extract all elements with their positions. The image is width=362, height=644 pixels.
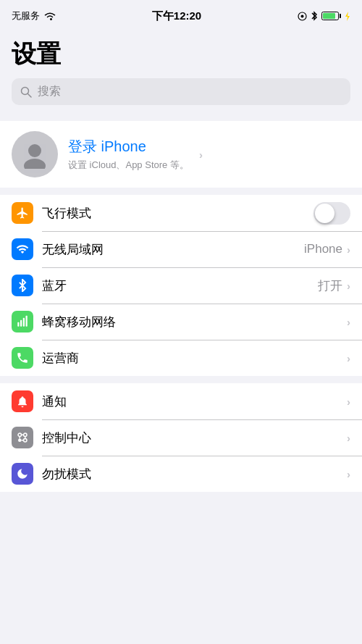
wifi-chevron: ›: [347, 243, 350, 256]
wifi-label: 无线局域网: [42, 241, 304, 258]
cellular-icon: [16, 315, 29, 328]
search-icon: [20, 86, 32, 98]
dnd-icon-wrap: [12, 463, 33, 485]
svg-point-6: [24, 159, 46, 169]
avatar-person-icon: [20, 140, 49, 169]
carrier-chevron: ›: [347, 352, 350, 364]
profile-section[interactable]: 登录 iPhone 设置 iCloud、App Store 等。 ›: [0, 121, 362, 188]
wifi-value: iPhone: [304, 242, 342, 256]
carrier-row[interactable]: 运营商 ›: [0, 340, 362, 376]
control-center-icon-wrap: [12, 427, 33, 448]
control-center-row[interactable]: 控制中心 ›: [0, 419, 362, 456]
wifi-status-icon: [44, 12, 56, 21]
bluetooth-chevron: ›: [347, 280, 350, 292]
wifi-icon-wrap: [12, 238, 33, 260]
avatar: [12, 131, 58, 177]
svg-rect-10: [26, 316, 28, 327]
bluetooth-row[interactable]: 蓝牙 打开 ›: [0, 267, 362, 304]
notifications-row[interactable]: 通知 ›: [0, 383, 362, 419]
page-title: 设置: [0, 32, 362, 78]
profile-text: 登录 iPhone 设置 iCloud、App Store 等。: [68, 137, 189, 172]
cellular-row[interactable]: 蜂窝移动网络 ›: [0, 304, 362, 340]
system-group: 通知 › 控制中心 › 勿扰模式 ›: [0, 383, 362, 492]
moon-icon: [16, 467, 29, 480]
svg-rect-9: [23, 318, 25, 327]
bluetooth-icon-wrap: [12, 275, 33, 296]
carrier-icon-wrap: [12, 347, 33, 369]
bluetooth-value: 打开: [318, 277, 342, 294]
notifications-icon: [16, 395, 29, 408]
login-sub: 设置 iCloud、App Store 等。: [68, 159, 189, 172]
section-divider-2: [0, 188, 362, 195]
svg-line-4: [28, 93, 32, 97]
battery-icon: [321, 12, 341, 20]
search-placeholder: 搜索: [38, 84, 61, 99]
status-left: 无服务: [12, 9, 56, 22]
cellular-icon-wrap: [12, 311, 33, 333]
carrier-text: 无服务: [12, 9, 40, 22]
cellular-label: 蜂窝移动网络: [42, 314, 347, 330]
bluetooth-setting-icon: [16, 279, 29, 292]
login-title: 登录 iPhone: [68, 137, 189, 156]
control-center-label: 控制中心: [42, 430, 347, 446]
svg-point-5: [28, 144, 41, 157]
svg-rect-7: [17, 322, 19, 327]
wifi-row[interactable]: 无线局域网 iPhone ›: [0, 231, 362, 267]
airplane-mode-row[interactable]: 飞行模式: [0, 195, 362, 231]
carrier-icon: [16, 351, 29, 364]
airplane-toggle[interactable]: [313, 202, 350, 225]
dnd-label: 勿扰模式: [42, 466, 347, 482]
notifications-icon-wrap: [12, 390, 33, 412]
svg-marker-2: [345, 12, 350, 21]
control-center-chevron: ›: [347, 432, 350, 444]
section-divider-3: [0, 376, 362, 383]
airplane-icon: [16, 206, 29, 219]
svg-point-1: [301, 14, 304, 17]
carrier-label: 运营商: [42, 350, 347, 367]
bluetooth-label: 蓝牙: [42, 277, 318, 294]
connectivity-group: 飞行模式 无线局域网 iPhone › 蓝牙 打开 ›: [0, 195, 362, 376]
svg-rect-8: [20, 320, 22, 327]
notifications-chevron: ›: [347, 396, 350, 408]
status-bar: 无服务 下午12:20: [0, 0, 362, 32]
status-right: [298, 11, 350, 21]
notifications-label: 通知: [42, 393, 347, 410]
status-time: 下午12:20: [152, 9, 201, 23]
svg-point-11: [18, 433, 22, 437]
wifi-icon: [16, 243, 29, 256]
control-center-icon: [16, 431, 29, 444]
cellular-chevron: ›: [347, 316, 350, 328]
svg-point-12: [24, 433, 28, 437]
airplane-label: 飞行模式: [42, 205, 313, 222]
profile-chevron: ›: [199, 149, 203, 161]
charging-icon: [345, 12, 350, 21]
dnd-row[interactable]: 勿扰模式 ›: [0, 456, 362, 492]
section-divider-1: [0, 114, 362, 121]
bluetooth-icon: [311, 11, 318, 21]
location-icon: [298, 12, 307, 21]
svg-point-13: [18, 439, 22, 443]
svg-point-14: [24, 439, 28, 443]
dnd-chevron: ›: [347, 468, 350, 480]
search-bar-container: 搜索: [0, 78, 362, 114]
airplane-icon-wrap: [12, 202, 33, 224]
search-bar[interactable]: 搜索: [12, 78, 350, 105]
